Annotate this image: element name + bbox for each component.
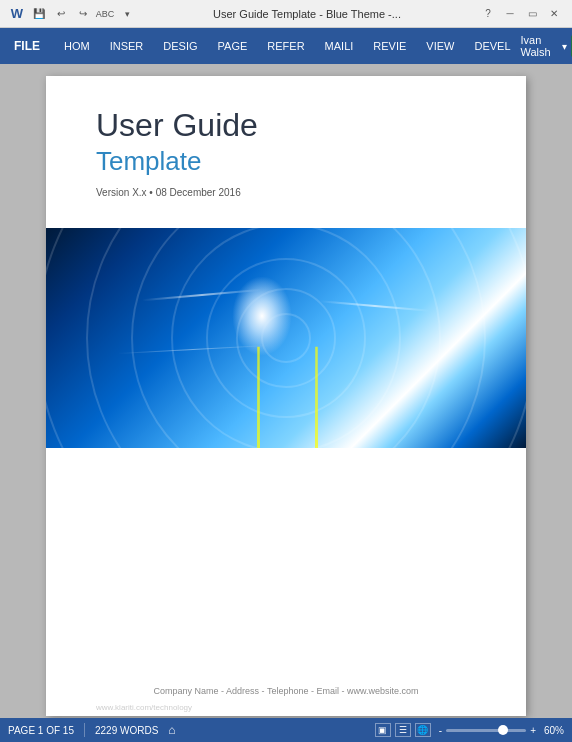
track-changes-icon: ⌂ xyxy=(168,723,175,737)
user-name: Ivan Walsh xyxy=(521,34,558,58)
undo-icon[interactable]: ↩ xyxy=(52,5,70,23)
status-divider-1 xyxy=(84,723,85,737)
page-info-text: PAGE 1 OF 15 xyxy=(8,725,74,736)
file-tab[interactable]: FILE xyxy=(0,28,54,64)
zoom-percent: 60% xyxy=(544,725,564,736)
tab-review[interactable]: REVIE xyxy=(363,28,416,64)
save-icon[interactable]: 💾 xyxy=(30,5,48,23)
quick-access-toolbar: W 💾 ↩ ↪ ABC ▾ xyxy=(8,5,136,23)
ribbon-tabs: FILE HOM INSER DESIG PAGE REFER MAILI RE… xyxy=(0,28,572,64)
tab-page[interactable]: PAGE xyxy=(208,28,258,64)
web-layout-icon[interactable]: 🌐 xyxy=(415,723,431,737)
print-layout-icon[interactable]: ▣ xyxy=(375,723,391,737)
zoom-plus[interactable]: + xyxy=(530,725,536,736)
tab-developer[interactable]: DEVEL xyxy=(464,28,520,64)
zoom-thumb xyxy=(498,725,508,735)
restore-button[interactable]: ▭ xyxy=(522,5,542,23)
tab-view[interactable]: VIEW xyxy=(416,28,464,64)
word-count: 2229 WORDS xyxy=(95,725,158,736)
zoom-slider[interactable] xyxy=(446,729,526,732)
doc-watermark: www.klariti.com/technology xyxy=(96,703,192,712)
title-bar: W 💾 ↩ ↪ ABC ▾ User Guide Template - Blue… xyxy=(0,0,572,28)
close-button[interactable]: ✕ xyxy=(544,5,564,23)
doc-subtitle: Template xyxy=(96,146,476,177)
redo-icon[interactable]: ↪ xyxy=(74,5,92,23)
window-title: User Guide Template - Blue Theme -... xyxy=(136,8,478,20)
road-line-right xyxy=(315,347,318,448)
doc-content-top: User Guide Template Version X.x • 08 Dec… xyxy=(46,76,526,218)
tab-home[interactable]: HOM xyxy=(54,28,100,64)
road-line-left xyxy=(257,347,260,448)
zoom-minus[interactable]: - xyxy=(439,725,442,736)
zoom-control: - + xyxy=(439,725,536,736)
word-count-text: 2229 WORDS xyxy=(95,725,158,736)
read-mode-icon[interactable]: ☰ xyxy=(395,723,411,737)
doc-version: Version X.x • 08 December 2016 xyxy=(96,187,476,198)
spelling-icon[interactable]: ABC xyxy=(96,5,114,23)
user-dropdown-icon[interactable]: ▾ xyxy=(562,41,567,52)
main-area: User Guide Template Version X.x • 08 Dec… xyxy=(0,64,572,718)
doc-footer-text: Company Name - Address - Telephone - Ema… xyxy=(96,686,476,696)
view-icons: ▣ ☰ 🌐 xyxy=(375,723,431,737)
status-bar: PAGE 1 OF 15 2229 WORDS ⌂ ▣ ☰ 🌐 - + 60% xyxy=(0,718,572,742)
doc-cover-image xyxy=(46,228,526,448)
tab-references[interactable]: REFER xyxy=(257,28,314,64)
minimize-button[interactable]: ─ xyxy=(500,5,520,23)
window-controls: ? ─ ▭ ✕ xyxy=(478,5,564,23)
help-button[interactable]: ? xyxy=(478,5,498,23)
tab-mailings[interactable]: MAILI xyxy=(315,28,364,64)
tab-insert[interactable]: INSER xyxy=(100,28,154,64)
customize-icon[interactable]: ▾ xyxy=(118,5,136,23)
tab-design[interactable]: DESIG xyxy=(153,28,207,64)
status-right: ▣ ☰ 🌐 - + 60% xyxy=(375,723,564,737)
doc-title: User Guide xyxy=(96,106,476,144)
word-icon: W xyxy=(8,5,26,23)
document-page: User Guide Template Version X.x • 08 Dec… xyxy=(46,76,526,716)
ribbon-right: Ivan Walsh ▾ K xyxy=(521,28,572,64)
page-info: PAGE 1 OF 15 xyxy=(8,725,74,736)
